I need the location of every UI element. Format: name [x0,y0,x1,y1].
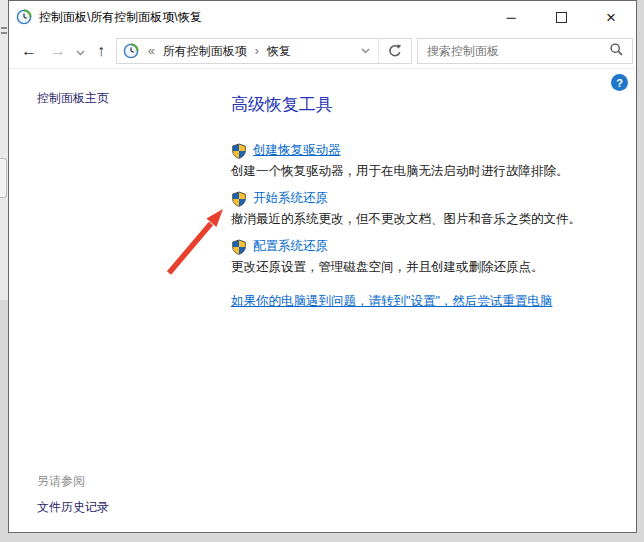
uac-shield-icon [231,191,247,207]
content-area: ? 控制面板主页 另请参阅 文件历史记录 高级恢复工具 [9,69,636,532]
address-dropdown-button[interactable] [352,39,378,63]
breadcrumb-overflow-icon[interactable]: « [148,44,155,58]
configure-system-restore-link[interactable]: 配置系统还原 [253,238,328,255]
window-title: 控制面板\所有控制面板项\恢复 [39,9,202,26]
recent-pages-button[interactable] [73,38,87,64]
recovery-app-icon [16,9,32,25]
recovery-item-create-drive: 创建恢复驱动器 创建一个恢复驱动器，用于在电脑无法启动时进行故障排除。 [231,140,621,182]
minimize-icon: ─ [506,11,515,24]
up-button[interactable]: ↑ [89,38,113,64]
title-bar: 控制面板\所有控制面板项\恢复 ─ × [9,1,636,34]
background-mark [1,32,7,34]
reset-pc-link[interactable]: 如果你的电脑遇到问题，请转到"设置"，然后尝试重置电脑 [231,293,552,310]
refresh-icon [388,44,402,58]
up-icon: ↑ [97,42,105,60]
recovery-icon [123,43,139,59]
maximize-button[interactable] [536,1,586,34]
breadcrumb-recovery[interactable]: 恢复 [267,43,291,60]
search-icon[interactable] [610,42,623,60]
forward-button[interactable]: → [46,38,70,64]
recovery-item-open-system-restore: 开始系统还原 撤消最近的系统更改，但不更改文档、图片和音乐之类的文件。 [231,188,621,230]
chevron-down-icon [361,48,370,54]
main-panel: 高级恢复工具 [231,93,621,284]
uac-shield-icon [231,143,247,159]
back-button[interactable]: ← [17,38,41,64]
forward-icon: → [50,42,66,60]
control-panel-window: 控制面板\所有控制面板项\恢复 ─ × ← → ↑ [8,0,637,533]
open-system-restore-link[interactable]: 开始系统还原 [253,190,328,207]
task-description: 创建一个恢复驱动器，用于在电脑无法启动时进行故障排除。 [231,161,621,182]
minimize-button[interactable]: ─ [486,1,536,34]
search-box [417,38,633,64]
refresh-button[interactable] [378,39,411,63]
maximize-icon [556,12,567,23]
background-button-fragment [0,158,7,198]
help-icon: ? [616,77,623,89]
navigation-toolbar: ← → ↑ « 所有控制面板项 › 恢复 [9,34,636,69]
sidebar-item-file-history[interactable]: 文件历史记录 [37,499,109,516]
back-icon: ← [21,42,37,60]
breadcrumb-separator-icon: › [255,44,259,58]
close-button[interactable]: × [586,1,636,34]
recovery-item-configure-system-restore: 配置系统还原 更改还原设置，管理磁盘空间，并且创建或删除还原点。 [231,236,621,278]
search-input[interactable] [418,44,610,58]
address-bar[interactable]: « 所有控制面板项 › 恢复 [116,38,412,64]
breadcrumb-all-items[interactable]: 所有控制面板项 [163,43,247,60]
background-window-fragment [0,0,8,300]
task-description: 更改还原设置，管理磁盘空间，并且创建或删除还原点。 [231,257,621,278]
chevron-down-icon [76,42,85,60]
uac-shield-icon [231,239,247,255]
task-description: 撤消最近的系统更改，但不更改文档、图片和音乐之类的文件。 [231,209,621,230]
create-recovery-drive-link[interactable]: 创建恢复驱动器 [253,142,341,159]
background-mark [1,27,7,29]
window-controls: ─ × [486,1,636,34]
close-icon: × [606,9,616,26]
see-also-label: 另请参阅 [37,473,85,490]
page-title: 高级恢复工具 [231,93,621,116]
help-button[interactable]: ? [611,74,628,91]
sidebar-item-home[interactable]: 控制面板主页 [37,90,109,107]
